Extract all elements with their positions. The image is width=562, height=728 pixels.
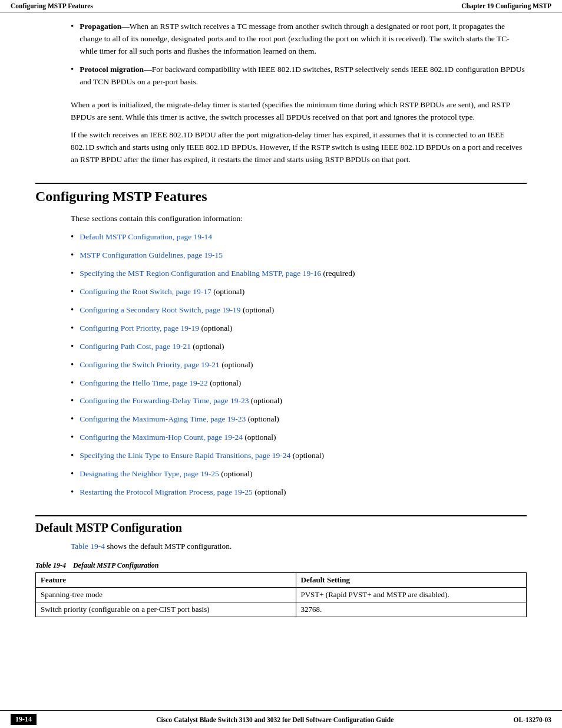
toc-link-root-switch[interactable]: Configuring the Root Switch, page 19-17 [80,287,211,296]
header-chapter-title: Chapter 19 Configuring MSTP [461,2,551,9]
bullet-icon: • [71,414,74,424]
list-item: • Specifying the MST Region Configuratio… [35,268,527,280]
table-col-feature: Feature [36,572,296,587]
toc-link-secondary-root[interactable]: Configuring a Secondary Root Switch, pag… [80,305,240,314]
footer-title: Cisco Catalyst Blade Switch 3130 and 303… [37,716,513,723]
configuring-mstp-heading: Configuring MSTP Features [35,183,527,205]
table-cell-feature-1: Spanning-tree mode [36,587,296,602]
table-section: Table 19-4 Default MSTP Configuration Fe… [35,561,527,617]
toc-link-link-type[interactable]: Specifying the Link Type to Ensure Rapid… [80,451,290,460]
table-title: Default MSTP Configuration [73,561,159,569]
bullet-icon: • [71,360,74,370]
table-cell-default-2: 32768. [296,602,527,617]
toc-links-section: • Default MSTP Configuration, page 19-14… [35,231,527,499]
bullet-icon: • [71,396,74,406]
bullet-icon: • [71,432,74,442]
toc-link-15: Restarting the Protocol Migration Proces… [80,486,527,499]
toc-link-11: Configuring the Maximum-Aging Time, page… [80,413,527,426]
default-mstp-table: Feature Default Setting Spanning-tree mo… [35,572,527,617]
list-item: • Configuring the Root Switch, page 19-1… [35,286,527,298]
list-item: • Configuring Path Cost, page 19-21 (opt… [35,341,527,353]
toc-link-3: Specifying the MST Region Configuration … [80,268,527,280]
bullet-icon: • [71,21,74,31]
toc-link-14: Designating the Neighbor Type, page 19-2… [80,468,527,480]
toc-link-switch-priority[interactable]: Configuring the Switch Priority, page 19… [80,360,220,369]
paragraph-2: If the switch receives an IEEE 802.1D BP… [35,129,527,166]
list-item: • Configuring the Hello Time, page 19-22… [35,377,527,390]
bullet-icon: • [71,64,74,74]
page-header: Configuring MSTP Features Chapter 19 Con… [0,0,562,12]
default-mstp-intro: Table 19-4 shows the default MSTP config… [35,541,527,553]
bullet-icon: • [71,268,74,278]
list-item: • Configuring Port Priority, page 19-19 … [35,322,527,335]
list-item: • Configuring the Maximum-Hop Count, pag… [35,431,527,444]
bullet-propagation-text: Propagation—When an RSTP switch receives… [80,21,527,58]
list-item: • Protocol migration—For backward compat… [35,64,527,88]
bullet-section-top: • Propagation—When an RSTP switch receiv… [35,21,527,88]
table-row: Spanning-tree mode PVST+ (Rapid PVST+ an… [36,587,527,602]
toc-link-5: Configuring a Secondary Root Switch, pag… [80,304,527,317]
page-number: 19-14 [11,714,37,725]
toc-link-1: Default MSTP Configuration, page 19-14 [80,231,527,243]
toc-link-neighbor-type[interactable]: Designating the Neighbor Type, page 19-2… [80,469,219,478]
list-item: • Restarting the Protocol Migration Proc… [35,486,527,499]
list-item: • Propagation—When an RSTP switch receiv… [35,21,527,58]
bullet-icon: • [71,469,74,479]
table-cell-default-1: PVST+ (Rapid PVST+ and MSTP are disabled… [296,587,527,602]
list-item: • Designating the Neighbor Type, page 19… [35,468,527,480]
toc-link-hello-time[interactable]: Configuring the Hello Time, page 19-22 [80,378,207,387]
bullet-protocol-text: Protocol migration—For backward compatib… [80,64,527,88]
toc-link-10: Configuring the Forwarding-Delay Time, p… [80,395,527,407]
bullet-icon: • [71,323,74,333]
toc-link-2: MSTP Configuration Guidelines, page 19-1… [80,249,527,262]
table-19-4-link[interactable]: Table 19-4 [71,542,105,551]
table-col-default: Default Setting [296,572,527,587]
toc-link-forward-delay[interactable]: Configuring the Forwarding-Delay Time, p… [80,396,249,405]
bullet-icon: • [71,378,74,388]
bullet-icon: • [71,341,74,351]
table-label: Table 19-4 Default MSTP Configuration [35,561,527,570]
toc-link-6: Configuring Port Priority, page 19-19 (o… [80,322,527,335]
bullet-icon: • [71,305,74,315]
list-item: • Default MSTP Configuration, page 19-14 [35,231,527,243]
toc-link-restart-migration[interactable]: Restarting the Protocol Migration Proces… [80,487,253,496]
bullet-propagation-title: Propagation [80,22,121,31]
toc-link-default-mstp[interactable]: Default MSTP Configuration, page 19-14 [80,232,212,241]
list-item: • Specifying the Link Type to Ensure Rap… [35,450,527,462]
bullet-icon: • [71,487,74,497]
paragraph-1: When a port is initialized, the migrate-… [35,99,527,124]
toc-link-mstp-guidelines[interactable]: MSTP Configuration Guidelines, page 19-1… [80,251,223,259]
list-item: • MSTP Configuration Guidelines, page 19… [35,249,527,262]
toc-link-max-hop[interactable]: Configuring the Maximum-Hop Count, page … [80,433,243,442]
toc-link-port-priority[interactable]: Configuring Port Priority, page 19-19 [80,324,199,332]
list-item: • Configuring the Maximum-Aging Time, pa… [35,413,527,426]
section-intro-text: These sections contain this configuratio… [35,213,527,225]
bullet-icon: • [71,286,74,297]
list-item: • Configuring the Forwarding-Delay Time,… [35,395,527,407]
toc-link-13: Specifying the Link Type to Ensure Rapid… [80,450,527,462]
table-cell-feature-2: Switch priority (configurable on a per-C… [36,602,296,617]
toc-link-9: Configuring the Hello Time, page 19-22 (… [80,377,527,390]
list-item: • Configuring a Secondary Root Switch, p… [35,304,527,317]
toc-link-mst-region[interactable]: Specifying the MST Region Configuration … [80,269,321,278]
page-footer: 19-14 Cisco Catalyst Blade Switch 3130 a… [0,710,562,728]
toc-link-path-cost[interactable]: Configuring Path Cost, page 19-21 [80,342,191,351]
toc-link-12: Configuring the Maximum-Hop Count, page … [80,431,527,444]
bullet-icon: • [71,250,74,260]
list-item: • Configuring the Switch Priority, page … [35,359,527,371]
table-header-row: Feature Default Setting [36,572,527,587]
table-row: Switch priority (configurable on a per-C… [36,602,527,617]
bullet-protocol-title: Protocol migration [80,65,144,74]
default-mstp-intro-text: shows the default MSTP configuration. [105,542,232,551]
bullet-icon: • [71,450,74,460]
footer-doc-number: OL-13270-03 [513,716,551,723]
table-number: Table 19-4 [35,561,66,569]
toc-link-max-aging[interactable]: Configuring the Maximum-Aging Time, page… [80,414,246,423]
header-section-title: Configuring MSTP Features [11,2,93,9]
toc-link-7: Configuring Path Cost, page 19-21 (optio… [80,341,527,353]
toc-link-4: Configuring the Root Switch, page 19-17 … [80,286,527,298]
default-mstp-heading: Default MSTP Configuration [35,515,527,535]
toc-link-8: Configuring the Switch Priority, page 19… [80,359,527,371]
bullet-icon: • [71,232,74,242]
main-content: • Propagation—When an RSTP switch receiv… [0,12,562,664]
